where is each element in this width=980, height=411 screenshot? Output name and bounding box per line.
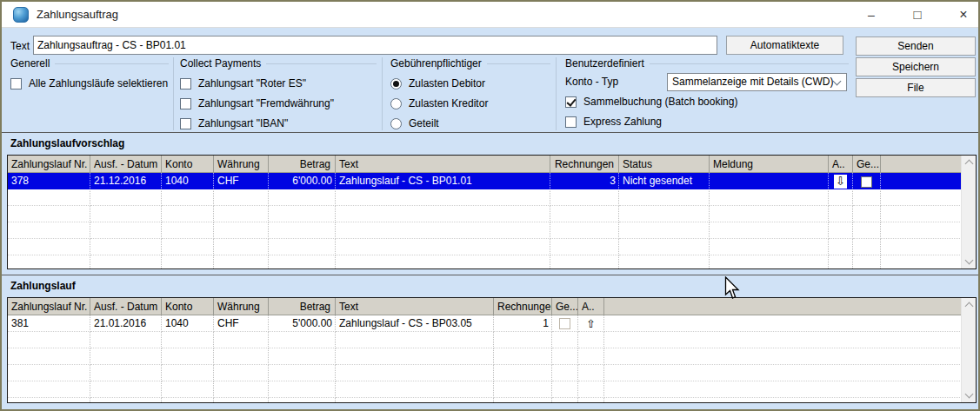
cell-ge-checkbox[interactable] [552,315,578,332]
column-header[interactable]: Währung [214,156,269,173]
column-header[interactable]: Meldung [710,156,829,173]
express-zahlung-checkbox[interactable] [565,116,577,128]
column-header[interactable]: Rechnungen [550,156,619,173]
column-header[interactable]: Zahlungslauf Nr. [8,156,90,173]
zahlungsart-roter-es-checkbox[interactable] [180,78,191,89]
arrow-down-icon: ⇩ [834,175,847,189]
vorschlag-table-scrollbar[interactable] [961,156,976,268]
text-input[interactable] [33,36,717,55]
cell-filler [604,315,976,332]
empty-row: ............ [8,222,976,239]
zulasten-kreditor-row[interactable]: Zulasten Kreditor [390,97,550,109]
automatiktexte-button[interactable]: Automatiktexte [726,36,843,55]
cell-ausf-datum: 21.01.2016 [90,315,162,332]
geteilt-radio[interactable] [390,118,402,129]
titlebar: Zahlungsauftrag – □ × [2,2,978,28]
close-button[interactable]: × [949,5,978,24]
sammelbuchung-row[interactable]: Sammelbuchung (Batch booking) [565,96,849,108]
column-header[interactable]: Text [336,298,494,315]
group-generell-label: Generell [10,57,169,70]
zahlungsart-iban-row[interactable]: Zahlungsart "IBAN" [180,117,377,129]
vorschlag-table-header: Zahlungslauf Nr. Ausf. - Datum Konto Wäh… [8,156,976,173]
group-benutzerdefiniert-label: Benutzerdefiniert [565,57,849,70]
zahlungsart-roter-es-row[interactable]: Zahlungsart "Roter ES" [180,77,377,89]
lauf-table-header: Zahlungslauf Nr. Ausf. - Datum Konto Wäh… [8,298,976,315]
senden-button[interactable]: Senden [856,36,976,56]
cell-text: Zahlungslauf - CS - BP01.01 [336,173,550,189]
row-checkbox[interactable] [861,176,872,188]
empty-row: .......... [8,381,976,398]
geteilt-label: Geteilt [409,117,439,129]
zulasten-kreditor-radio[interactable] [390,98,402,109]
column-header[interactable]: Ausf. - Datum [90,298,162,315]
column-header[interactable]: Ausf. - Datum [90,156,162,173]
cell-betrag: 6'000.00 [269,173,336,189]
column-header[interactable]: Ge... [552,298,578,315]
row-checkbox[interactable] [559,318,570,329]
scroll-down-icon[interactable] [965,390,974,399]
text-field-label: Text [10,40,30,52]
zahlungsart-fremdwaehrung-checkbox[interactable] [180,98,191,109]
column-header[interactable]: Status [619,156,710,173]
zahlungsauftrag-window: Zahlungsauftrag – □ × Text Automatiktext… [0,0,980,411]
cell-konto: 1040 [162,173,214,189]
cell-text: Zahlungslauf - CS - BP03.05 [336,315,494,332]
column-header[interactable]: Währung [214,298,269,315]
column-header[interactable]: Zahlungslauf Nr. [8,298,90,315]
zulasten-debitor-row[interactable]: Zulasten Debitor [390,77,550,89]
column-header[interactable]: Text [336,156,550,173]
column-header[interactable]: Betrag [269,298,336,315]
select-all-checkbox[interactable] [10,78,22,89]
zahlungsart-fremdwaehrung-row[interactable]: Zahlungsart "Fremdwährung" [180,97,377,109]
empty-row: .......... [8,348,976,365]
express-zahlung-label: Express Zahlung [583,116,662,128]
zahlungsart-roter-es-label: Zahlungsart "Roter ES" [198,77,306,89]
cell-ge-checkbox[interactable] [853,173,881,189]
empty-row: .......... [8,365,976,381]
scroll-up-icon[interactable] [965,160,974,169]
cell-betrag: 5'000.00 [269,315,336,332]
cell-zahlungslauf-nr: 378 [8,173,90,189]
file-button[interactable]: File [856,78,976,97]
sammelbuchung-checkbox[interactable] [565,96,577,108]
cell-rechnungen: 3 [550,173,619,189]
arrow-up-icon: ⇧ [584,317,597,331]
empty-row: ............ [8,189,976,206]
geteilt-row[interactable]: Geteilt [390,117,550,129]
select-all-checkbox-row[interactable]: Alle Zahlungsläufe selektieren [10,77,169,89]
express-zahlung-row[interactable]: Express Zahlung [565,116,849,128]
vorschlag-table: Zahlungslauf Nr. Ausf. - Datum Konto Wäh… [7,155,977,269]
empty-row: ............ [8,239,976,255]
group-divider [556,57,557,130]
lauf-table-row[interactable]: 381 21.01.2016 1040 CHF 5'000.00 Zahlung… [8,315,976,332]
column-header[interactable]: A.. [829,156,853,173]
zahlungsart-iban-checkbox[interactable] [180,118,191,129]
lauf-table-scrollbar[interactable] [961,298,976,402]
cell-arrow: ⇩ [829,173,853,189]
column-header[interactable]: A.. [578,298,604,315]
cell-waehrung: CHF [214,315,269,332]
top-panel: Text Automatiktexte Senden Speichern Fil… [2,29,978,132]
vorschlag-table-row[interactable]: 378 21.12.2016 1040 CHF 6'000.00 Zahlung… [8,173,976,189]
empty-row: .......... [8,398,976,403]
column-header[interactable]: Rechnungen [494,298,552,315]
scroll-down-icon[interactable] [965,256,974,265]
scroll-up-icon[interactable] [965,302,974,311]
minimize-button[interactable]: – [857,5,886,24]
konto-typ-dropdown-value: Sammelanzeige mit Details (CWD) [672,76,833,88]
cell-waehrung: CHF [214,173,269,189]
column-header[interactable]: Betrag [269,156,336,173]
empty-row: ............ [8,206,976,222]
maximize-button[interactable]: □ [903,5,932,24]
konto-typ-dropdown[interactable]: Sammelanzeige mit Details (CWD) [667,73,847,91]
zulasten-debitor-radio[interactable] [390,78,402,89]
speichern-button[interactable]: Speichern [856,57,976,76]
group-gebuehrenpflichtiger: Gebührenpflichtiger Zulasten Debitor Zul… [390,57,550,129]
zahlungsart-fremdwaehrung-label: Zahlungsart "Fremdwährung" [198,97,334,109]
window-title: Zahlungsauftrag [37,8,118,21]
column-header[interactable]: Konto [162,298,214,315]
column-header[interactable]: Konto [162,156,214,173]
empty-row: ............ [8,255,976,269]
column-header[interactable]: Ge... [853,156,881,173]
zahlungsart-iban-label: Zahlungsart "IBAN" [198,117,288,129]
